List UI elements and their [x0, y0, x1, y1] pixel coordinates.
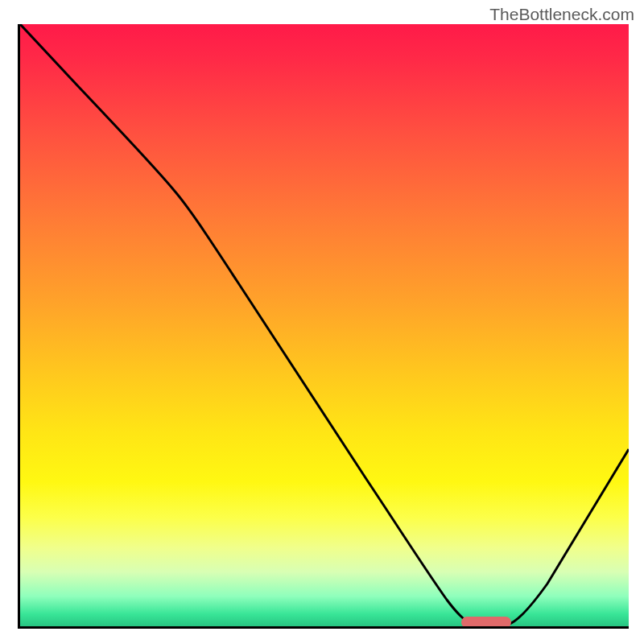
- watermark-text: TheBottleneck.com: [489, 5, 634, 24]
- chart-container: TheBottleneck.com: [0, 0, 644, 644]
- plot-area: [18, 24, 629, 629]
- gradient-background: [20, 24, 629, 626]
